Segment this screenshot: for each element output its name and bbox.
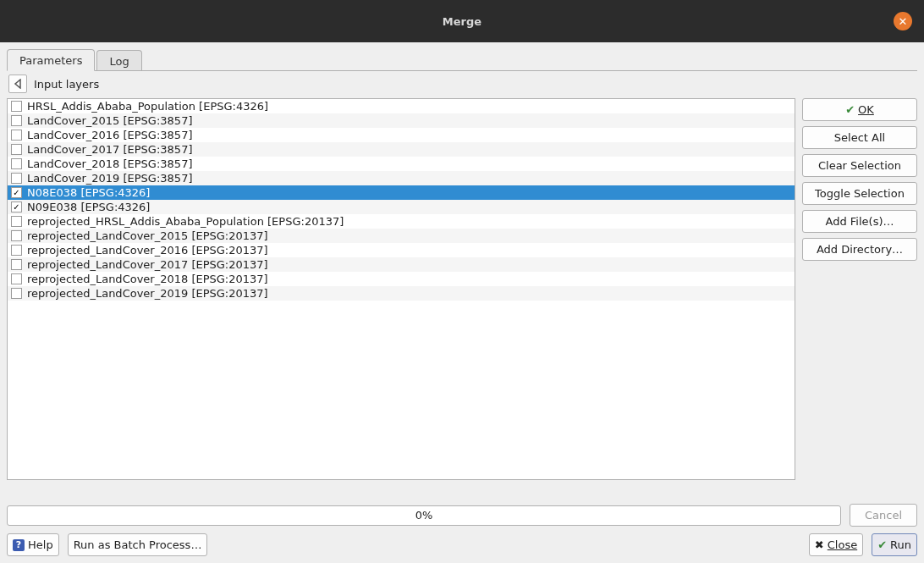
tab-log[interactable]: Log (96, 50, 141, 71)
close-icon: ✕ (899, 15, 908, 28)
svg-marker-0 (15, 80, 20, 88)
subheader: Input layers (7, 70, 917, 98)
x-icon: ✖ (815, 538, 824, 551)
checkbox[interactable] (11, 144, 22, 155)
close-button[interactable]: ✖ Close (809, 533, 863, 556)
list-item[interactable]: reprojected_LandCover_2018 [EPSG:20137] (8, 272, 795, 286)
batch-button[interactable]: Run as Batch Process… (68, 533, 208, 556)
list-item-label: reprojected_HRSL_Addis_Ababa_Population … (27, 215, 344, 228)
list-item-label: reprojected_LandCover_2019 [EPSG:20137] (27, 287, 268, 300)
checkbox[interactable] (11, 201, 22, 213)
toggle-selection-button[interactable]: Toggle Selection (802, 182, 917, 205)
checkbox[interactable] (11, 173, 22, 184)
add-files-button[interactable]: Add File(s)… (802, 210, 917, 233)
content-area: Parameters Log Input layers HRSL_Addis_A… (0, 42, 924, 563)
add-directory-button[interactable]: Add Directory… (802, 238, 917, 261)
checkbox[interactable] (11, 115, 22, 126)
side-buttons: ✔ OK Select All Clear Selection Toggle S… (802, 98, 917, 480)
progress-text: 0% (415, 509, 433, 522)
list-item[interactable]: HRSL_Addis_Ababa_Population [EPSG:4326] (8, 99, 795, 113)
ok-button[interactable]: ✔ OK (802, 98, 917, 121)
layer-listbox[interactable]: HRSL_Addis_Ababa_Population [EPSG:4326]L… (7, 98, 795, 480)
list-item-label: HRSL_Addis_Ababa_Population [EPSG:4326] (27, 100, 268, 113)
list-item[interactable]: N08E038 [EPSG:4326] (8, 185, 795, 200)
merge-dialog: Merge ✕ Parameters Log Input layers HRSL… (0, 0, 924, 563)
back-icon (14, 79, 22, 89)
list-item-label: reprojected_LandCover_2018 [EPSG:20137] (27, 273, 268, 285)
list-item[interactable]: reprojected_LandCover_2015 [EPSG:20137] (8, 229, 795, 243)
list-item[interactable]: LandCover_2019 [EPSG:3857] (8, 171, 795, 185)
list-item-label: N08E038 [EPSG:4326] (27, 186, 150, 199)
checkmark-icon: ✔ (877, 538, 887, 551)
subheader-label: Input layers (34, 78, 99, 91)
clear-selection-button[interactable]: Clear Selection (802, 154, 917, 177)
checkbox[interactable] (11, 187, 22, 198)
help-icon: ? (13, 539, 25, 551)
window-close-button[interactable]: ✕ (894, 12, 912, 30)
window-title: Merge (443, 15, 481, 28)
list-item[interactable]: reprojected_LandCover_2019 [EPSG:20137] (8, 286, 795, 301)
tab-bar: Parameters Log (7, 49, 917, 71)
checkbox[interactable] (11, 288, 22, 299)
list-item-label: LandCover_2016 [EPSG:3857] (27, 129, 192, 141)
list-item-label: N09E038 [EPSG:4326] (27, 201, 150, 213)
tab-parameters[interactable]: Parameters (7, 49, 95, 71)
run-label: Run (890, 538, 911, 551)
help-label: Help (28, 538, 53, 551)
list-item[interactable]: LandCover_2018 [EPSG:3857] (8, 157, 795, 171)
checkbox[interactable] (11, 230, 22, 241)
list-item[interactable]: reprojected_LandCover_2017 [EPSG:20137] (8, 257, 795, 272)
checkbox[interactable] (11, 101, 22, 112)
checkbox[interactable] (11, 245, 22, 256)
checkbox[interactable] (11, 158, 22, 169)
cancel-button: Cancel (850, 504, 917, 527)
list-item[interactable]: LandCover_2015 [EPSG:3857] (8, 113, 795, 128)
checkmark-icon: ✔ (845, 103, 855, 116)
checkbox[interactable] (11, 130, 22, 141)
help-button[interactable]: ? Help (7, 533, 59, 556)
ok-label: OK (858, 103, 874, 116)
list-item-label: reprojected_LandCover_2015 [EPSG:20137] (27, 229, 268, 242)
checkbox[interactable] (11, 273, 22, 284)
list-item[interactable]: reprojected_LandCover_2016 [EPSG:20137] (8, 243, 795, 257)
list-item-label: LandCover_2018 [EPSG:3857] (27, 157, 192, 170)
main-area: HRSL_Addis_Ababa_Population [EPSG:4326]L… (7, 98, 917, 480)
back-button[interactable] (8, 75, 27, 93)
list-item-label: LandCover_2015 [EPSG:3857] (27, 114, 192, 127)
bottom-bar: ? Help Run as Batch Process… ✖ Close ✔ R… (7, 533, 917, 556)
list-item-label: LandCover_2019 [EPSG:3857] (27, 172, 192, 185)
progress-bar: 0% (7, 505, 841, 526)
list-item[interactable]: N09E038 [EPSG:4326] (8, 200, 795, 214)
list-item-label: LandCover_2017 [EPSG:3857] (27, 143, 192, 156)
list-item[interactable]: LandCover_2016 [EPSG:3857] (8, 128, 795, 142)
run-button[interactable]: ✔ Run (872, 533, 917, 556)
list-item[interactable]: reprojected_HRSL_Addis_Ababa_Population … (8, 214, 795, 229)
list-item-label: reprojected_LandCover_2017 [EPSG:20137] (27, 258, 268, 271)
list-item[interactable]: LandCover_2017 [EPSG:3857] (8, 142, 795, 157)
progress-row: 0% Cancel (7, 504, 917, 527)
select-all-button[interactable]: Select All (802, 126, 917, 149)
list-item-label: reprojected_LandCover_2016 [EPSG:20137] (27, 244, 268, 257)
close-label: Close (828, 538, 857, 551)
titlebar: Merge ✕ (0, 0, 924, 42)
checkbox[interactable] (11, 216, 22, 227)
checkbox[interactable] (11, 259, 22, 270)
